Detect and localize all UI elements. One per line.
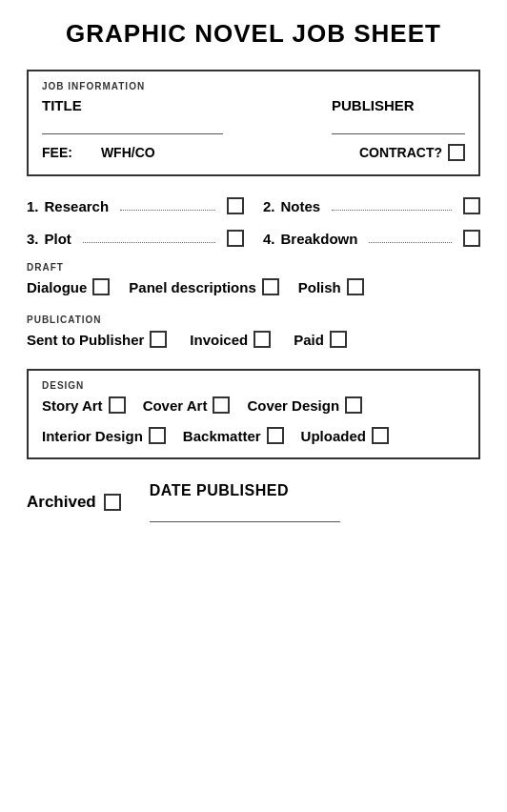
fee-label: FEE: (42, 145, 72, 160)
backmatter-item: Backmatter (183, 427, 284, 444)
breakdown-dots (369, 233, 452, 243)
story-art-label: Story Art (42, 397, 103, 414)
cover-design-label: Cover Design (247, 397, 339, 414)
story-art-checkbox[interactable] (109, 396, 126, 414)
design-section: DESIGN Story Art Cover Art Cover Design … (27, 369, 480, 459)
publisher-field-label: PUBLISHER (332, 97, 465, 113)
archive-section: Archived DATE PUBLISHED (27, 482, 480, 522)
publication-label: PUBLICATION (27, 315, 480, 325)
backmatter-label: Backmatter (183, 428, 261, 444)
dialogue-item: Dialogue (27, 278, 110, 295)
design-row-2: Interior Design Backmatter Uploaded (42, 427, 465, 444)
invoiced-item: Invoiced (190, 331, 271, 348)
panel-descriptions-checkbox[interactable] (262, 278, 279, 295)
plot-label: Plot (45, 231, 71, 247)
publisher-field-line[interactable] (332, 117, 465, 134)
plot-number: 3. (27, 231, 39, 247)
plot-item: 3. Plot (27, 230, 244, 247)
notes-number: 2. (263, 198, 275, 214)
interior-design-checkbox[interactable] (149, 427, 166, 444)
paid-checkbox[interactable] (330, 331, 347, 348)
panel-descriptions-label: Panel descriptions (129, 279, 255, 295)
dialogue-checkbox[interactable] (92, 278, 110, 295)
cover-art-checkbox[interactable] (213, 396, 230, 414)
checklist-row-1: 1. Research 2. Notes (27, 197, 480, 214)
polish-label: Polish (298, 279, 341, 295)
notes-dots (332, 201, 452, 211)
uploaded-label: Uploaded (301, 428, 366, 444)
contract-row: CONTRACT? (359, 144, 465, 161)
draft-label: DRAFT (27, 262, 480, 273)
breakdown-number: 4. (263, 231, 275, 247)
draft-section: DRAFT Dialogue Panel descriptions Polish (27, 262, 480, 295)
job-info-label: JOB INFORMATION (42, 81, 465, 91)
plot-dots (83, 233, 215, 243)
uploaded-checkbox[interactable] (372, 427, 389, 444)
sent-to-publisher-checkbox[interactable] (150, 331, 167, 348)
research-item: 1. Research (27, 197, 244, 214)
breakdown-label: Breakdown (281, 231, 358, 247)
title-field-line[interactable] (42, 117, 223, 134)
wfh-label: WFH/CO (101, 145, 155, 160)
design-label: DESIGN (42, 380, 465, 391)
checklist-row-2: 3. Plot 4. Breakdown (27, 230, 480, 247)
sent-to-publisher-label: Sent to Publisher (27, 332, 144, 348)
story-art-item: Story Art (42, 396, 126, 414)
cover-design-item: Cover Design (247, 396, 362, 414)
archived-item: Archived (27, 493, 121, 512)
date-published-line[interactable] (150, 505, 340, 522)
plot-checkbox[interactable] (227, 230, 244, 247)
interior-design-item: Interior Design (42, 427, 166, 444)
interior-design-label: Interior Design (42, 428, 143, 444)
paid-item: Paid (294, 331, 347, 348)
title-field-label: TITLE (42, 97, 223, 113)
archived-label: Archived (27, 493, 96, 512)
cover-art-item: Cover Art (143, 396, 231, 414)
breakdown-item: 4. Breakdown (263, 230, 480, 247)
job-information-section: JOB INFORMATION TITLE PUBLISHER FEE: WFH… (27, 70, 480, 176)
cover-design-checkbox[interactable] (345, 396, 362, 414)
polish-checkbox[interactable] (347, 278, 364, 295)
research-label: Research (45, 198, 110, 214)
uploaded-item: Uploaded (301, 427, 389, 444)
sent-to-publisher-item: Sent to Publisher (27, 331, 167, 348)
notes-label: Notes (281, 198, 321, 214)
cover-art-label: Cover Art (143, 397, 208, 414)
paid-label: Paid (294, 332, 324, 348)
design-row-1: Story Art Cover Art Cover Design (42, 396, 465, 414)
backmatter-checkbox[interactable] (267, 427, 284, 444)
invoiced-label: Invoiced (190, 332, 248, 348)
breakdown-checkbox[interactable] (463, 230, 480, 247)
polish-item: Polish (298, 278, 364, 295)
date-published-block: DATE PUBLISHED (150, 482, 340, 522)
research-checkbox[interactable] (227, 197, 244, 214)
contract-label: CONTRACT? (359, 145, 442, 160)
archived-checkbox[interactable] (104, 494, 121, 511)
publication-section: PUBLICATION Sent to Publisher Invoiced P… (27, 315, 480, 348)
research-dots (120, 201, 215, 211)
contract-checkbox[interactable] (448, 144, 465, 161)
invoiced-checkbox[interactable] (254, 331, 271, 348)
dialogue-label: Dialogue (27, 279, 87, 295)
panel-descriptions-item: Panel descriptions (129, 278, 278, 295)
page-title: GRAPHIC NOVEL JOB SHEET (27, 19, 480, 49)
notes-checkbox[interactable] (463, 197, 480, 214)
date-published-label: DATE PUBLISHED (150, 482, 340, 499)
notes-item: 2. Notes (263, 197, 480, 214)
research-number: 1. (27, 198, 39, 214)
